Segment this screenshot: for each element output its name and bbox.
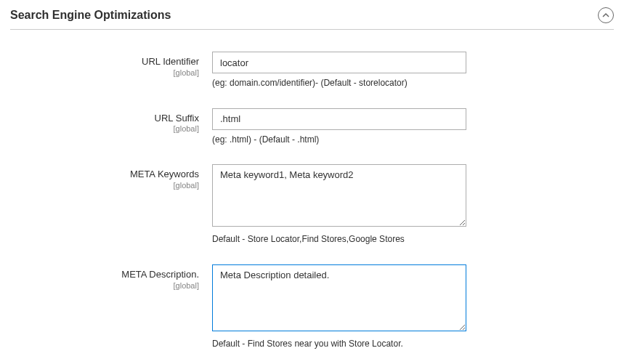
label-col: META Keywords [global]	[10, 164, 212, 190]
section-title: Search Engine Optimizations	[10, 9, 171, 22]
field-meta-keywords: META Keywords [global] Default - Store L…	[10, 164, 614, 246]
field-hint: Default - Find Stores near you with Stor…	[212, 339, 466, 350]
field-hint: Default - Store Locator,Find Stores,Goog…	[212, 234, 466, 246]
url-identifier-input[interactable]	[212, 52, 466, 73]
chevron-up-icon	[602, 12, 609, 19]
collapse-toggle[interactable]	[598, 7, 614, 23]
field-label: URL Identifier	[10, 56, 199, 68]
field-scope: [global]	[10, 124, 199, 133]
field-label: META Keywords	[10, 169, 199, 181]
url-suffix-input[interactable]	[212, 108, 466, 130]
meta-keywords-textarea[interactable]	[212, 164, 466, 227]
field-meta-description: META Description. [global] Default - Fin…	[10, 264, 614, 350]
meta-description-textarea[interactable]	[212, 264, 466, 331]
field-url-identifier: URL Identifier [global] (eg: domain.com/…	[10, 52, 614, 89]
input-col: Default - Find Stores near you with Stor…	[212, 264, 466, 350]
field-scope: [global]	[10, 281, 199, 290]
field-hint: (eg: .html) - (Default - .html)	[212, 134, 466, 146]
label-col: URL Suffix [global]	[10, 108, 212, 134]
input-col: (eg: .html) - (Default - .html)	[212, 108, 466, 146]
field-scope: [global]	[10, 68, 199, 77]
field-scope: [global]	[10, 181, 199, 190]
field-url-suffix: URL Suffix [global] (eg: .html) - (Defau…	[10, 108, 614, 146]
input-col: Default - Store Locator,Find Stores,Goog…	[212, 164, 466, 246]
field-hint: (eg: domain.com/identifier)- (Default - …	[212, 78, 466, 89]
label-col: URL Identifier [global]	[10, 52, 212, 77]
field-label: META Description.	[10, 269, 199, 281]
label-col: META Description. [global]	[10, 264, 212, 290]
section-header: Search Engine Optimizations	[10, 7, 614, 30]
field-label: URL Suffix	[10, 113, 199, 125]
input-col: (eg: domain.com/identifier)- (Default - …	[212, 52, 466, 89]
